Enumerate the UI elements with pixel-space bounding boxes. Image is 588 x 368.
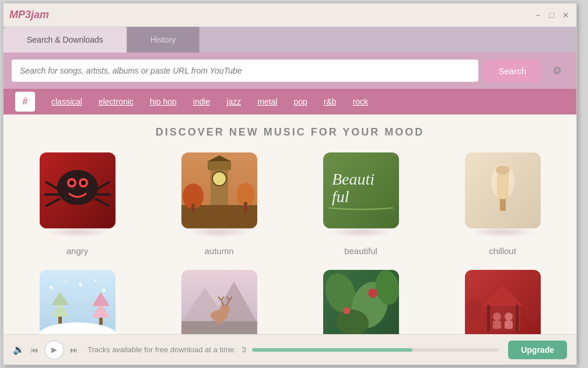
mood-wrapper-relax: [465, 270, 541, 334]
mood-item-nature[interactable]: [157, 270, 281, 334]
mood-wrapper-autumn: [181, 152, 257, 238]
mood-label-autumn: autumn: [204, 246, 233, 256]
mood-tile-autumn: [181, 152, 257, 228]
svg-text:Beauti: Beauti: [332, 170, 374, 188]
gear-icon: ⚙: [552, 64, 562, 77]
genre-metal[interactable]: metal: [249, 89, 285, 114]
player-controls: 🔉 ⏮ ▶ ⏭: [13, 340, 78, 360]
svg-point-43: [102, 289, 106, 292]
mood-item-winter[interactable]: [15, 270, 139, 334]
svg-rect-50: [221, 314, 224, 324]
mood-tile-angry: [40, 152, 116, 228]
genre-hiphop[interactable]: hip hop: [142, 89, 185, 114]
mood-item-chillout[interactable]: chillout: [440, 152, 565, 256]
mood-image-autumn: [181, 152, 257, 228]
close-button[interactable]: ✕: [561, 11, 570, 20]
mood-wrapper-angry: [40, 152, 116, 238]
mood-item-angry[interactable]: angry: [15, 152, 139, 256]
volume-button[interactable]: 🔉: [13, 344, 24, 355]
svg-point-63: [368, 289, 377, 298]
mood-item-autumn[interactable]: autumn: [157, 152, 281, 256]
tracks-info: Tracks available for free download at a …: [88, 345, 499, 354]
svg-point-18: [212, 172, 226, 186]
mood-image-nature: [181, 270, 257, 334]
player-bar: 🔉 ⏮ ▶ ⏭ Tracks available for free downlo…: [4, 334, 576, 364]
search-button[interactable]: Search: [484, 60, 540, 82]
minimize-button[interactable]: −: [533, 11, 542, 20]
mood-tile-winter: [40, 270, 116, 334]
next-button[interactable]: ⏭: [70, 345, 78, 355]
mood-item-green[interactable]: [299, 270, 423, 334]
svg-rect-16: [208, 161, 231, 170]
mood-image-green: [323, 270, 399, 334]
title-bar-controls: − □ ✕: [533, 11, 570, 20]
mood-wrapper-winter: [40, 270, 116, 334]
mood-image-relax: [465, 270, 541, 334]
svg-point-2: [57, 170, 98, 205]
previous-button[interactable]: ⏮: [30, 345, 38, 355]
maximize-button[interactable]: □: [547, 11, 556, 20]
svg-rect-69: [516, 305, 519, 331]
mood-tile-beautiful: Beauti ful: [323, 152, 399, 228]
genre-jazz[interactable]: jazz: [218, 89, 249, 114]
mood-tile-nature: [181, 270, 257, 334]
genre-rock[interactable]: rock: [345, 89, 376, 114]
mood-tile-chillout: [465, 152, 541, 228]
search-input[interactable]: [12, 60, 478, 82]
tab-search[interactable]: Search & Downloads: [4, 27, 127, 53]
download-progress-fill: [252, 348, 412, 352]
title-bar: MP3jam − □ ✕: [4, 4, 576, 27]
svg-point-6: [81, 180, 86, 185]
svg-point-40: [65, 280, 67, 283]
svg-rect-66: [485, 305, 520, 331]
svg-point-51: [220, 305, 230, 314]
genre-hash[interactable]: #: [15, 92, 35, 112]
svg-point-74: [466, 299, 482, 322]
download-progress-bar: [252, 348, 499, 352]
search-bar: Search ⚙: [4, 53, 576, 89]
play-button[interactable]: ▶: [44, 340, 64, 360]
mood-label-chillout: chillout: [489, 246, 516, 256]
main-content: DISCOVER NEW MUSIC FOR YOUR MOOD: [4, 114, 576, 334]
svg-point-42: [94, 279, 96, 282]
mood-label-beautiful: beautiful: [344, 246, 377, 256]
svg-point-41: [79, 283, 82, 286]
svg-rect-35: [58, 317, 62, 324]
tracks-label: Tracks available for free download at a …: [88, 345, 236, 354]
genre-indie[interactable]: indie: [185, 89, 219, 114]
settings-button[interactable]: ⚙: [546, 60, 568, 82]
svg-point-5: [69, 180, 74, 185]
mood-wrapper-chillout: [465, 152, 541, 238]
svg-rect-29: [500, 199, 506, 211]
app-title: MP3jam: [9, 9, 49, 21]
svg-rect-49: [216, 314, 219, 324]
mood-item-beautiful[interactable]: Beauti ful beautiful: [299, 152, 423, 256]
mood-wrapper-green: [323, 270, 399, 334]
tab-bar: Search & Downloads History: [4, 27, 576, 53]
genre-nav: # classical electronic hip hop indie jaz…: [4, 89, 576, 114]
svg-point-72: [505, 313, 513, 321]
play-icon: ▶: [51, 345, 57, 354]
mood-item-relax[interactable]: [440, 270, 565, 334]
svg-rect-73: [505, 321, 513, 329]
svg-rect-71: [493, 321, 501, 329]
mood-wrapper-beautiful: Beauti ful: [323, 152, 399, 238]
title-bar-left: MP3jam: [9, 9, 49, 21]
genre-pop[interactable]: pop: [286, 89, 316, 114]
genre-classical[interactable]: classical: [43, 89, 90, 114]
mood-grid: angry: [15, 152, 565, 334]
mood-label-angry: angry: [66, 246, 89, 256]
svg-point-64: [343, 307, 350, 314]
upgrade-button[interactable]: Upgrade: [508, 341, 567, 359]
tracks-count: 3: [242, 345, 246, 354]
tab-history[interactable]: History: [127, 27, 200, 53]
svg-rect-68: [487, 305, 490, 331]
mood-image-beautiful: Beauti ful: [323, 152, 399, 228]
mood-image-angry: [40, 152, 116, 228]
app-window: MP3jam − □ ✕ Search & Downloads History …: [3, 3, 577, 365]
genre-rnb[interactable]: r&b: [316, 89, 345, 114]
genre-electronic[interactable]: electronic: [90, 89, 142, 114]
mood-tile-green: [323, 270, 399, 334]
svg-point-75: [524, 298, 540, 321]
previous-icon: ⏮: [30, 345, 38, 355]
